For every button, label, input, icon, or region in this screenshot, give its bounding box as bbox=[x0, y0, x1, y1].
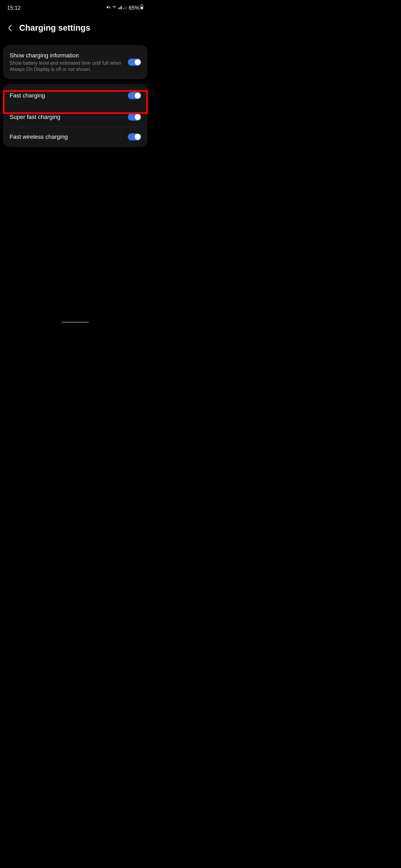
signal-icon-2 bbox=[123, 5, 127, 11]
back-button[interactable] bbox=[7, 24, 13, 32]
svg-rect-5 bbox=[121, 6, 122, 9]
svg-rect-12 bbox=[141, 7, 143, 9]
fast-wireless-charging-row[interactable]: Fast wireless charging bbox=[3, 127, 147, 147]
svg-rect-4 bbox=[120, 7, 121, 9]
signal-icon-1 bbox=[118, 5, 122, 11]
fast-charging-toggle[interactable] bbox=[128, 92, 141, 99]
battery-icon bbox=[140, 5, 143, 11]
svg-rect-2 bbox=[118, 8, 119, 9]
show-charging-info-toggle[interactable] bbox=[128, 59, 141, 66]
setting-text: Show charging information Show battery l… bbox=[9, 52, 124, 72]
svg-rect-9 bbox=[126, 6, 127, 9]
setting-text: Fast wireless charging bbox=[9, 133, 117, 141]
setting-title: Fast wireless charging bbox=[9, 133, 117, 141]
super-fast-charging-toggle[interactable] bbox=[128, 114, 141, 121]
settings-card-info: Show charging information Show battery l… bbox=[3, 45, 147, 79]
svg-rect-8 bbox=[125, 7, 126, 9]
status-time: 15:12 bbox=[7, 5, 21, 11]
svg-rect-6 bbox=[123, 8, 124, 9]
setting-text: Super fast charging bbox=[9, 113, 124, 121]
svg-rect-3 bbox=[119, 7, 120, 9]
fast-charging-row[interactable]: Fast charging bbox=[3, 84, 147, 107]
setting-title: Super fast charging bbox=[9, 113, 124, 121]
status-icons: 65% bbox=[106, 5, 143, 11]
settings-card-fast: Fast charging Super fast charging Fast w… bbox=[3, 84, 147, 147]
mute-vibrate-icon bbox=[106, 5, 111, 11]
setting-text: Fast charging bbox=[9, 92, 124, 99]
page-header: Charging settings bbox=[0, 13, 150, 45]
show-charging-info-row[interactable]: Show charging information Show battery l… bbox=[3, 45, 147, 79]
status-bar: 15:12 bbox=[0, 0, 150, 13]
super-fast-charging-row[interactable]: Super fast charging bbox=[3, 107, 147, 127]
setting-title: Fast charging bbox=[9, 92, 124, 99]
battery-percentage: 65% bbox=[128, 5, 140, 11]
page-title: Charging settings bbox=[19, 23, 90, 33]
wifi-icon bbox=[112, 5, 117, 11]
svg-rect-7 bbox=[124, 7, 125, 9]
navigation-handle[interactable] bbox=[62, 322, 89, 323]
setting-title: Show charging information bbox=[9, 52, 124, 59]
fast-wireless-charging-toggle[interactable] bbox=[128, 133, 141, 141]
setting-subtitle: Show battery level and estimated time un… bbox=[9, 60, 124, 72]
